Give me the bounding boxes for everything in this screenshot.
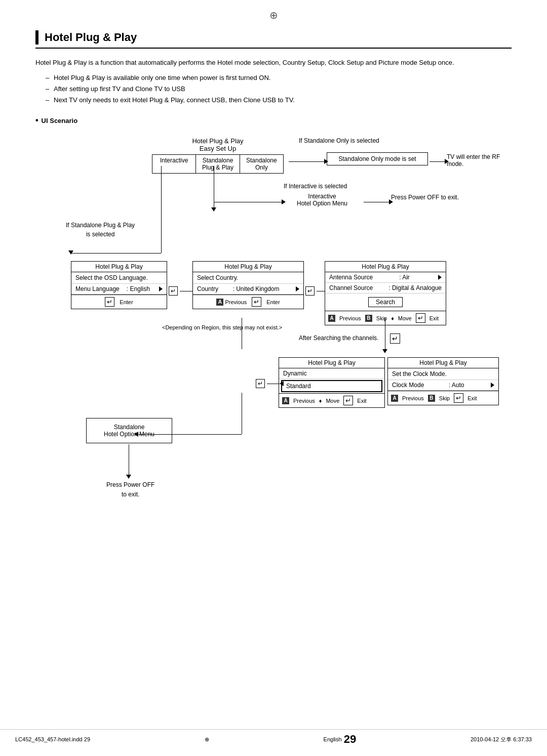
easy-setup-box: Hotel Plug & Play Easy Set Up Interactiv…	[152, 137, 284, 174]
press-power-off-label: Press Power OFF to exit.	[106, 480, 154, 499]
footer-filename: LC452_453_457-hotel.indd 29	[15, 736, 90, 742]
box-country-footer: A Previous ↵ Enter	[193, 295, 303, 309]
arrow-to-standalone-only	[289, 159, 328, 164]
tri-right-lang	[159, 286, 163, 291]
a-btn-country: A	[216, 299, 223, 306]
bullet-item-2: After setting up first TV and Clone TV t…	[46, 83, 512, 95]
tri-right-antenna	[438, 275, 442, 280]
box-clock-subtitle: Set the Clock Mode.	[388, 368, 498, 380]
enter-icon-picture: ↵	[343, 396, 353, 405]
if-standalone-pp-label: If Standalone Plug & Play is selected	[66, 221, 135, 239]
title-accent	[35, 30, 38, 45]
tri-right-clock	[491, 383, 494, 388]
box-picture-footer: A Previous ♦ Move ↵ Exit	[279, 393, 384, 407]
footer-datetime: 2010-04-12 오후 6:37:33	[471, 736, 532, 743]
section-title: Hotel Plug & Play	[45, 31, 137, 44]
footer-right: English 29	[324, 733, 357, 746]
b-btn-clock: B	[428, 395, 435, 402]
box-picture-title: Hotel Plug & Play	[279, 358, 384, 368]
box-language: Hotel Plug & Play Select the OSD Languag…	[71, 261, 167, 309]
depending-note: <Depending on Region, this step may not …	[162, 324, 282, 330]
enter-icon-country: ↵	[252, 297, 261, 307]
search-btn-container: Search	[325, 293, 446, 311]
box-clock: Hotel Plug & Play Set the Clock Mode. Cl…	[387, 357, 499, 405]
if-standalone-only-label: If Standalone Only is selected	[299, 137, 379, 144]
arrow-to-standalone-hotel	[253, 379, 254, 380]
press-power-off-exit-label: Press Power OFF to exit.	[391, 194, 459, 201]
enter-icon-clock: ↵	[454, 393, 463, 403]
enter-icon-between3: ↵	[256, 379, 265, 388]
arrow-picture-to-clock: ↵	[256, 379, 284, 388]
footer-crosshair: ⊕	[205, 736, 209, 743]
arrow-v-left	[161, 166, 162, 253]
arrow-down-to-picture-right	[382, 349, 387, 353]
box-language-footer: ↵ Enter	[71, 295, 167, 309]
box-language-title: Hotel Plug & Play	[71, 262, 167, 272]
arrow-v-to-press-power	[129, 444, 129, 475]
bullet-item-3: Next TV only needs to exit Hotel Plug & …	[46, 95, 512, 106]
box-picture-row1: Dynamic	[279, 368, 384, 379]
interactive-btn[interactable]: Interactive	[152, 155, 196, 173]
a-btn-clock: A	[391, 395, 398, 402]
easy-setup-buttons: Interactive Standalone Plug & Play Stand…	[152, 154, 284, 174]
enter-icon-antenna: ↵	[416, 313, 425, 323]
a-btn-picture: A	[282, 397, 289, 404]
diagram: Hotel Plug & Play Easy Set Up Interactiv…	[35, 132, 512, 476]
enter-icon-lang: ↵	[105, 297, 114, 307]
arrow-v-from-lang-box	[242, 318, 242, 349]
box-clock-row: Clock Mode : Auto	[388, 380, 498, 391]
easy-setup-title: Hotel Plug & Play Easy Set Up	[152, 137, 284, 152]
box-country-row: Country : United Kingdom	[193, 283, 303, 295]
arrow-h-left-down	[71, 253, 161, 254]
bullet-item-1: Hotel Plug & Play is available only one …	[46, 72, 512, 83]
box-antenna: Hotel Plug & Play Antenna Source : Air C…	[325, 261, 446, 325]
b-btn-antenna: B	[365, 315, 372, 322]
arrow-v-to-picture-right	[385, 318, 385, 349]
page-footer: LC452_453_457-hotel.indd 29 ⊕ English 29…	[0, 729, 547, 746]
box-country-subtitle: Select Country.	[193, 272, 303, 283]
search-button[interactable]: Search	[368, 297, 403, 307]
box-clock-footer: A Previous B Skip ↵ Exit	[388, 391, 498, 405]
box-picture: Hotel Plug & Play Dynamic Standard A Pre…	[279, 357, 385, 408]
standalone-pp-btn[interactable]: Standalone Plug & Play	[196, 155, 240, 173]
box-clock-title: Hotel Plug & Play	[388, 358, 498, 368]
box-language-subtitle: Select the OSD Language.	[71, 272, 167, 283]
tv-rf-mode-label: TV will enter the RF mode.	[447, 153, 512, 167]
section-title-bar: Hotel Plug & Play	[35, 30, 512, 49]
footer-page-number-area: ⊕	[205, 736, 209, 743]
box-language-row: Menu Language : English	[71, 283, 167, 295]
standalone-only-btn[interactable]: Standalone Only	[240, 155, 283, 173]
box-country: Hotel Plug & Play Select Country. Countr…	[192, 261, 304, 309]
crosshair-top: ⊕	[269, 9, 278, 21]
enter-icon-after-search: ↵	[390, 333, 400, 344]
page-number: 29	[344, 733, 356, 746]
box-antenna-footer: A Previous B Skip ♦ Move ↵ Exit	[325, 311, 446, 325]
arrow-down-interactive	[211, 207, 216, 212]
standalone-hotel-option-menu-box: Standalone Hotel Option Menu	[86, 418, 172, 443]
arrow-to-rf-mode	[429, 159, 449, 164]
arrow-h-to-interactive	[214, 199, 286, 204]
arrow-down-press-power	[126, 475, 131, 479]
arrow-to-press-power	[364, 199, 393, 204]
intro-text: Hotel Plug & Play is a function that aut…	[35, 58, 512, 68]
box-country-title: Hotel Plug & Play	[193, 262, 303, 272]
enter-icon-between2: ↵	[305, 286, 315, 296]
enter-icon-between: ↵	[169, 286, 178, 296]
bullet-list: Hotel Plug & Play is available only one …	[46, 72, 512, 106]
box-antenna-row1: Antenna Source : Air	[325, 272, 446, 283]
box-antenna-row2: Channel Source : Digital & Analogue	[325, 283, 446, 293]
page-container: ⊕ Hotel Plug & Play Hotel Plug & Play is…	[0, 0, 547, 756]
ui-scenario-label: UI Scenario	[35, 116, 512, 125]
arrow-v-to-standalone	[242, 393, 242, 434]
a-btn-antenna: A	[328, 315, 335, 322]
prev-label-country: A Previous	[216, 299, 247, 306]
after-searching-label: After Searching the channels.	[299, 334, 378, 342]
tri-right-country	[296, 286, 299, 291]
interactive-hotel-option-box: Interactive Hotel Option Menu	[282, 193, 363, 207]
standalone-only-mode-box: Standalone Only mode is set	[327, 152, 428, 165]
box-picture-row2: Standard	[281, 380, 382, 392]
if-interactive-label: If Interactive is selected	[284, 183, 347, 190]
box-antenna-title: Hotel Plug & Play	[325, 262, 446, 272]
arrow-down-to-lang	[68, 250, 73, 255]
